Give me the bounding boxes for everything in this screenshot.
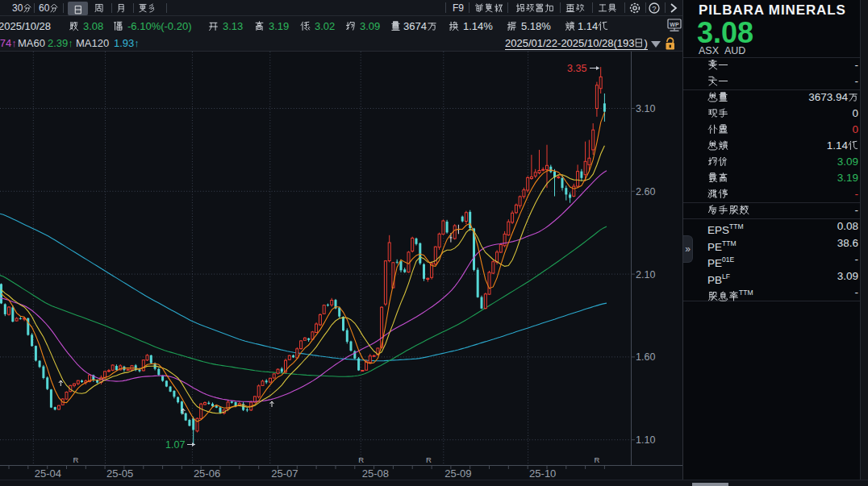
svg-text:R: R [594, 455, 599, 464]
svg-text:1.60: 1.60 [636, 351, 655, 363]
svg-text:R: R [426, 455, 432, 464]
svg-text:WP: WP [670, 22, 679, 27]
svg-text:R: R [358, 455, 364, 464]
svg-text:2.10: 2.10 [636, 269, 655, 280]
svg-text:25-06: 25-06 [194, 467, 220, 480]
svg-text:25-05: 25-05 [106, 467, 133, 480]
svg-text:25-10: 25-10 [529, 467, 556, 480]
svg-text:1.07: 1.07 [165, 439, 185, 451]
svg-text:25-08: 25-08 [362, 467, 389, 480]
svg-text:25-09: 25-09 [444, 467, 471, 480]
svg-text:3.10: 3.10 [636, 103, 655, 114]
svg-text:3.35: 3.35 [567, 63, 586, 74]
svg-text:25-07: 25-07 [271, 467, 298, 480]
svg-text:1.10: 1.10 [636, 434, 655, 446]
svg-text:2.60: 2.60 [636, 186, 655, 197]
svg-text:25-04: 25-04 [35, 467, 61, 480]
svg-text:?: ? [652, 4, 656, 13]
svg-text:R: R [73, 455, 78, 464]
